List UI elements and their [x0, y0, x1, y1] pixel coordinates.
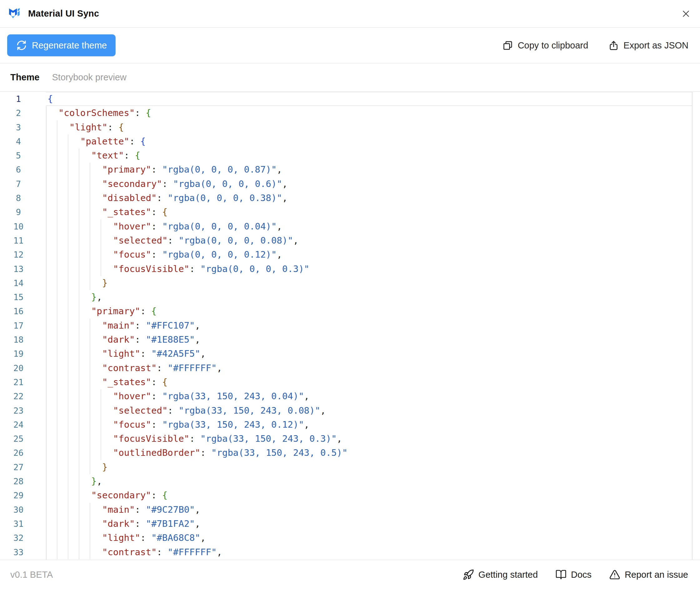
code-line[interactable]: 22"hover": "rgba(33, 150, 243, 0.04)",: [0, 389, 700, 403]
code-line[interactable]: 5"text": {: [0, 149, 700, 163]
indent-guide: [57, 488, 57, 503]
indent-guide: [57, 418, 57, 432]
code-line[interactable]: 13"focusVisible": "rgba(0, 0, 0, 0.3)": [0, 262, 700, 276]
docs-link[interactable]: Docs: [556, 569, 592, 580]
indent-guide: [79, 432, 79, 446]
code-line[interactable]: 4"palette": {: [0, 135, 700, 149]
warning-icon: [609, 569, 620, 580]
code-line[interactable]: 15},: [0, 290, 700, 304]
code-lines[interactable]: 1{2"colorSchemes": {3"light": {4"palette…: [0, 92, 700, 560]
code-line[interactable]: 31"dark": "#7B1FA2",: [0, 517, 700, 531]
getting-started-link[interactable]: Getting started: [462, 569, 538, 581]
indent-guide: [57, 177, 57, 191]
indent-guide: [79, 488, 79, 503]
line-number: 15: [10, 290, 27, 304]
line-number: 21: [10, 375, 27, 389]
line-number: 33: [10, 545, 27, 559]
indent-guide: [57, 545, 57, 559]
code-line[interactable]: 16"primary": {: [0, 304, 700, 318]
indent-guide: [57, 120, 57, 135]
code-line[interactable]: 10"hover": "rgba(0, 0, 0, 0.04)",: [0, 219, 700, 233]
line-number: 24: [10, 418, 27, 432]
code-text: "hover": "rgba(0, 0, 0, 0.04)",: [113, 219, 282, 233]
code-line[interactable]: 9"_states": {: [0, 205, 700, 219]
code-text: "main": "#FFC107",: [102, 319, 200, 333]
code-line[interactable]: 8"disabled": "rgba(0, 0, 0, 0.38)",: [0, 191, 700, 205]
code-line[interactable]: 24"focus": "rgba(33, 150, 243, 0.12)",: [0, 418, 700, 432]
code-text: "main": "#9C27B0",: [102, 503, 200, 517]
code-text: "light": "#BA68C8",: [102, 531, 206, 545]
indent-guide: [79, 418, 79, 432]
export-as-json-button[interactable]: Export as JSON: [608, 40, 688, 51]
code-line[interactable]: 2"colorSchemes": {: [0, 106, 700, 120]
code-text: "light": "#42A5F5",: [102, 347, 206, 361]
code-line[interactable]: 30"main": "#9C27B0",: [0, 503, 700, 517]
indent-guide: [68, 205, 68, 219]
indent-guide: [90, 347, 90, 361]
theme-json-editor[interactable]: 1{2"colorSchemes": {3"light": {4"palette…: [0, 92, 700, 560]
code-line[interactable]: 18"dark": "#1E88E5",: [0, 333, 700, 347]
indent-guide: [57, 460, 57, 474]
indent-guide: [57, 375, 57, 389]
copy-icon: [502, 40, 513, 51]
code-line[interactable]: 17"main": "#FFC107",: [0, 319, 700, 333]
line-number: 16: [10, 304, 27, 318]
close-icon[interactable]: [680, 8, 692, 20]
line-number: 6: [10, 163, 27, 177]
code-line[interactable]: 19"light": "#42A5F5",: [0, 347, 700, 361]
line-number: 12: [10, 248, 27, 262]
code-text: "hover": "rgba(33, 150, 243, 0.04)",: [113, 389, 310, 403]
tab-theme[interactable]: Theme: [10, 72, 39, 82]
code-line[interactable]: 1{: [0, 92, 700, 106]
indent-guide: [90, 446, 90, 460]
indent-guide: [68, 290, 68, 304]
code-line[interactable]: 14}: [0, 276, 700, 290]
indent-guide: [79, 319, 79, 333]
indent-guide: [57, 205, 57, 219]
code-line[interactable]: 28},: [0, 474, 700, 488]
indent-guide: [68, 248, 68, 262]
code-line[interactable]: 27}: [0, 460, 700, 474]
indent-guide: [68, 163, 68, 177]
code-line[interactable]: 20"contrast": "#FFFFFF",: [0, 361, 700, 375]
indent-guide: [68, 389, 68, 403]
report-an-issue-label: Report an issue: [625, 570, 688, 580]
indent-guide: [68, 233, 68, 248]
indent-guide: [90, 177, 90, 191]
code-line[interactable]: 6"primary": "rgba(0, 0, 0, 0.87)",: [0, 163, 700, 177]
copy-to-clipboard-button[interactable]: Copy to clipboard: [502, 40, 588, 51]
code-text: "text": {: [91, 149, 140, 163]
regenerate-theme-button[interactable]: Regenerate theme: [7, 34, 115, 56]
line-number: 29: [10, 488, 27, 503]
indent-guide: [68, 219, 68, 233]
code-line[interactable]: 7"secondary": "rgba(0, 0, 0, 0.6)",: [0, 177, 700, 191]
code-line[interactable]: 3"light": {: [0, 120, 700, 135]
indent-guide: [79, 446, 79, 460]
line-number: 20: [10, 361, 27, 375]
code-text: "_states": {: [102, 375, 168, 389]
indent-guide: [68, 531, 68, 545]
code-line[interactable]: 33"contrast": "#FFFFFF",: [0, 545, 700, 559]
code-text: {: [47, 92, 53, 106]
code-line[interactable]: 26"outlinedBorder": "rgba(33, 150, 243, …: [0, 446, 700, 460]
indent-guide: [90, 219, 90, 233]
active-line-highlight: [46, 92, 693, 106]
report-an-issue-link[interactable]: Report an issue: [609, 569, 688, 580]
indent-guide: [57, 276, 57, 290]
code-text: "focusVisible": "rgba(0, 0, 0, 0.3)": [113, 262, 310, 276]
code-line[interactable]: 32"light": "#BA68C8",: [0, 531, 700, 545]
code-line[interactable]: 11"selected": "rgba(0, 0, 0, 0.08)",: [0, 233, 700, 248]
tab-storybook-preview[interactable]: Storybook preview: [52, 72, 126, 82]
code-text: "primary": {: [91, 304, 157, 318]
line-number: 22: [10, 389, 27, 403]
code-line[interactable]: 29"secondary": {: [0, 488, 700, 503]
code-line[interactable]: 12"focus": "rgba(0, 0, 0, 0.12)",: [0, 248, 700, 262]
code-line[interactable]: 21"_states": {: [0, 375, 700, 389]
code-line[interactable]: 25"focusVisible": "rgba(33, 150, 243, 0.…: [0, 432, 700, 446]
rocket-icon: [462, 569, 474, 581]
indent-guide: [68, 503, 68, 517]
indent-guide: [79, 149, 79, 163]
line-number: 3: [10, 120, 27, 135]
line-number: 30: [10, 503, 27, 517]
code-line[interactable]: 23"selected": "rgba(33, 150, 243, 0.08)"…: [0, 404, 700, 418]
